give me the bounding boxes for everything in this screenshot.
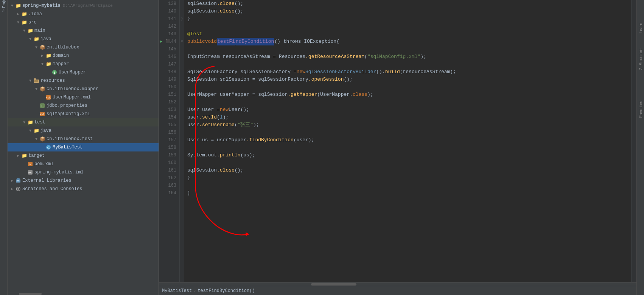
tree-arrow: ▼ (27, 78, 33, 84)
code-line-161: sqlSession.close(); (187, 167, 631, 174)
project-sidebar: ▼ 📁 spring-mybatis D:\AProgramWorkSpace … (8, 0, 159, 295)
code-token: (user); (294, 136, 314, 144)
code-line-141: } (187, 15, 631, 23)
code-token: (); (235, 8, 243, 15)
tree-item-pom[interactable]: M pom.xml (8, 160, 159, 168)
fold-row (180, 151, 184, 159)
folder-icon: 📁 (15, 3, 21, 9)
tree-label: MyBatisTest (53, 145, 82, 150)
code-token: InputStream resourceAsStream = Resources (187, 53, 305, 61)
fold-row (180, 0, 184, 8)
code-line-156 (187, 129, 631, 136)
folder-icon: 📁 (45, 53, 51, 59)
xml-icon: XML (45, 94, 51, 100)
code-line-148: SqlSessionFactory sqlSessionFactory = ne… (187, 68, 631, 76)
tree-item-cn-itbluebox-test[interactable]: ▼ 📦 cn.itbluebox.test (8, 135, 159, 143)
bookmark-icon: ⬛ (166, 38, 170, 45)
code-token: } (187, 174, 190, 182)
fold-icon[interactable]: ▼ (181, 40, 183, 44)
right-gutter (631, 0, 636, 282)
tree-item-scratches[interactable]: ▶ Scratches and Consoles (8, 185, 159, 193)
sidebar-scrollbar[interactable] (8, 292, 159, 295)
package-icon: 📦 (39, 136, 45, 142)
fold-row (180, 182, 184, 189)
tree-label: sqlMapConfig.xml (47, 111, 90, 117)
tree-item-main[interactable]: ▼ 📁 main (8, 27, 159, 35)
tree-item-spring-mybatis[interactable]: ▼ 📁 spring-mybatis D:\AProgramWorkSpace (8, 2, 159, 10)
code-token: class (353, 91, 367, 98)
tree-item-iml[interactable]: IML spring-mybatis.iml (8, 168, 159, 176)
tree-item-target[interactable]: ▶ 📁 target (8, 151, 159, 160)
tree-item-java-main[interactable]: ▼ 📁 java (8, 35, 159, 43)
code-content[interactable]: sqlSession.close(); sqlSession.close(); … (184, 0, 631, 282)
tree-item-test[interactable]: ▼ 📁 test (8, 118, 159, 126)
tree-item-cn-itbluebox-mapper[interactable]: ▼ 📦 cn.itbluebox.mapper (8, 85, 159, 93)
tree-item-idea[interactable]: ▶ 📁 .idea (8, 10, 159, 18)
tree-item-usermapper[interactable]: I UserMapper (8, 68, 159, 76)
breadcrumb-file: MyBatisTest (162, 288, 192, 293)
line-num-141: 141 (159, 15, 179, 23)
code-token: user (187, 114, 199, 121)
line-num-146: 146 (159, 53, 179, 61)
code-token: .close (217, 8, 235, 15)
fold-row (180, 159, 184, 167)
learn-tab[interactable]: Learn (638, 23, 643, 33)
fold-row (180, 91, 184, 98)
fold-row (180, 30, 184, 38)
tree-item-src[interactable]: ▼ 📁 src (8, 18, 159, 27)
favorites-tab[interactable]: Favorites (638, 101, 643, 118)
tree-arrow: ▶ (39, 53, 45, 59)
tree-item-cn-itbluebox[interactable]: ▼ 📦 cn.itbluebox (8, 43, 159, 52)
code-token: println (220, 151, 241, 159)
fold-row-144[interactable]: ▼ (180, 38, 184, 45)
tree-arrow: ▶ (15, 153, 21, 159)
tree-item-java-test[interactable]: ▼ 📁 java (8, 126, 159, 135)
editor-scrollbar-thumb[interactable] (311, 283, 356, 286)
run-gutter-icon[interactable]: ▶ (160, 38, 162, 45)
code-token: .setUsername (199, 121, 235, 129)
tree-label: main (34, 28, 45, 33)
tree-item-domain[interactable]: ▶ 📁 domain (8, 52, 159, 60)
tree-arrow: ▼ (27, 36, 33, 42)
project-tab-icon[interactable]: 1: Project (1, 2, 7, 7)
tree-arrow: ▶ (15, 11, 21, 17)
tree-label: resources (40, 78, 65, 83)
code-token: ); (367, 91, 373, 98)
code-line-145 (187, 45, 631, 53)
fold-row (180, 76, 184, 83)
code-token: out (208, 151, 217, 159)
tree-label: test (34, 120, 45, 125)
code-token: sqlSession (187, 0, 217, 8)
tree-item-external-libs[interactable]: ▶ External Libraries (8, 176, 159, 185)
tree-label: External Libraries (22, 178, 72, 183)
tree-label: cn.itbluebox (47, 45, 79, 50)
editor-scrollbar-h[interactable] (159, 282, 636, 286)
code-line-158 (187, 144, 631, 151)
tree-item-mapper[interactable]: ▼ 📁 mapper (8, 60, 159, 68)
code-token: .getResourceAsStream (305, 53, 364, 61)
line-num-152: 152 (159, 98, 179, 106)
tree-label: src (28, 20, 37, 25)
code-token: User(); (229, 106, 249, 114)
scrollbar-thumb[interactable] (19, 293, 42, 295)
tree-label: pom.xml (34, 161, 53, 167)
code-token: (). (376, 68, 385, 76)
code-token: "张三" (238, 121, 254, 129)
code-token: (); (235, 167, 243, 174)
code-token: sqlSession (187, 167, 217, 174)
structure-tab[interactable]: Z: Structure (638, 48, 643, 70)
tree-label: cn.itbluebox.test (47, 136, 93, 142)
svg-text:IML: IML (28, 172, 33, 174)
fold-row (180, 174, 184, 182)
tree-item-usermapper-xml[interactable]: XML UserMapper.xml (8, 93, 159, 101)
tree-arrow: ▼ (33, 136, 39, 142)
tree-label: mapper (53, 61, 69, 67)
fold-row (180, 23, 184, 30)
tree-item-sqlmapconfig[interactable]: XML sqlMapConfig.xml (8, 110, 159, 118)
tree-item-jdbc-properties[interactable]: P jdbc.properties (8, 101, 159, 110)
code-token: SqlSession sqlSession = sqlSessionFactor… (187, 76, 308, 83)
breadcrumb-method: testFindByCondition() (198, 288, 255, 293)
tree-item-resources[interactable]: ▼ resources (8, 76, 159, 85)
fold-gutter: } ▼ (180, 0, 184, 282)
tree-item-mybatistest[interactable]: C MyBatisTest (8, 143, 159, 151)
